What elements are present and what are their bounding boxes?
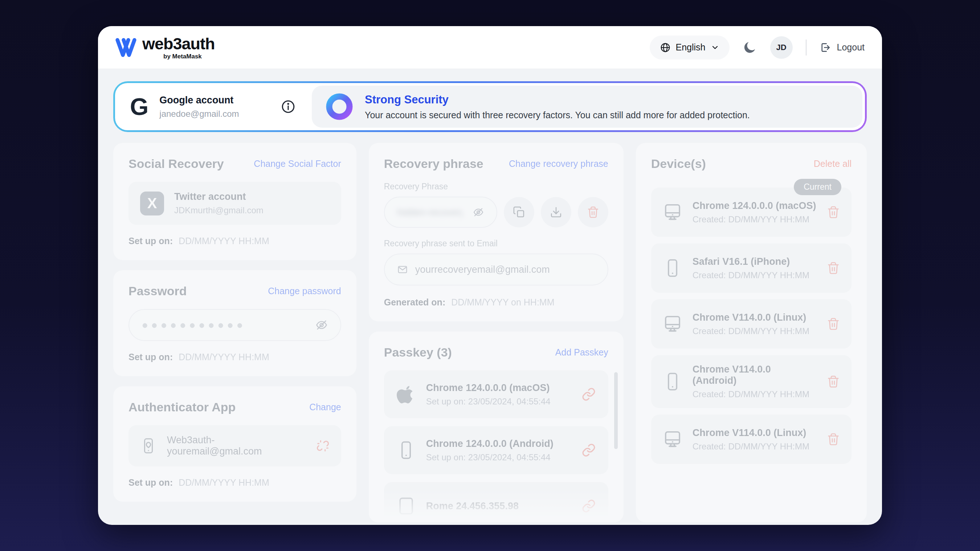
copy-recovery-phrase-button[interactable] — [504, 197, 534, 227]
main-panel: web3auth by MetaMask English JD Logout — [98, 26, 882, 525]
device-meta: Created: DD/MM/YYY HH:MM — [692, 389, 817, 399]
monitor-icon — [663, 314, 682, 334]
setup-label: Set up on: — [129, 477, 173, 488]
password-title: Password — [129, 284, 187, 298]
device-name: Chrome 124.0.0.0 (macOS) — [692, 200, 816, 211]
trash-icon[interactable] — [827, 206, 840, 219]
language-label: English — [676, 42, 706, 52]
download-recovery-phrase-button[interactable] — [541, 197, 571, 227]
passkey-name: Rome 24.456.355.98 — [426, 500, 519, 512]
twitter-account-email: JDKmurthi@gmail.com — [174, 205, 264, 216]
delete-recovery-phrase-button[interactable] — [578, 197, 608, 227]
device-name: Chrome V114.0.0 (Linux) — [692, 312, 810, 323]
link-icon[interactable] — [581, 443, 596, 457]
passkey-meta: Set up on: 23/05/2024, 04:55:44 — [426, 397, 550, 407]
monitor-icon — [663, 202, 682, 222]
security-ring-icon — [326, 93, 353, 121]
link-icon[interactable] — [581, 387, 596, 402]
delete-all-link[interactable]: Delete all — [814, 159, 851, 169]
change-recovery-phrase-link[interactable]: Change recovery phrase — [509, 159, 608, 169]
passkey-card: Passkey (3) Add Passkey Chrome 124.0.0.0… — [369, 332, 624, 522]
authenticator-account: Web3auth-youremail@gmal.com — [167, 435, 306, 457]
connected-account-section: G Google account janedoe@gmail.com — [118, 86, 312, 128]
current-device-badge: Current — [794, 179, 842, 195]
phone-icon — [663, 258, 682, 278]
recovery-phrase-card: Recovery phrase Change recovery phrase R… — [369, 143, 624, 321]
authenticator-tile: Web3auth-youremail@gmal.com — [129, 425, 341, 467]
device-item: Current Chrome 124.0.0.0 (macOS) Created… — [651, 187, 851, 237]
info-icon[interactable] — [280, 99, 296, 114]
logo-title: web3auth — [142, 35, 215, 52]
change-password-link[interactable]: Change password — [268, 286, 341, 296]
passkey-meta: Set up on: 23/05/2024, 04:55:44 — [426, 453, 554, 462]
twitter-x-icon: X — [140, 192, 164, 216]
chevron-down-icon — [711, 43, 719, 52]
social-recovery-card: Social Recovery Change Social Factor X T… — [113, 143, 356, 260]
eye-off-icon[interactable] — [473, 206, 484, 218]
link-icon[interactable] — [581, 499, 596, 513]
setup-value: DD/MM/YYYY HH:MM — [178, 236, 269, 246]
language-selector[interactable]: English — [650, 35, 730, 59]
twitter-account-title: Twitter account — [174, 191, 264, 202]
change-social-factor-link[interactable]: Change Social Factor — [254, 159, 341, 169]
trash-icon[interactable] — [827, 262, 840, 275]
download-icon — [550, 206, 562, 218]
copy-icon — [513, 206, 525, 218]
unlink-icon[interactable] — [316, 439, 329, 453]
recovery-email-value: yourrecoveryemail@gmail.com — [415, 264, 550, 275]
security-status-banner: G Google account janedoe@gmail.com Stron… — [113, 81, 867, 132]
web3auth-logo: web3auth by MetaMask — [115, 35, 215, 59]
web3auth-logo-icon — [115, 38, 137, 57]
recovery-phrase-obscured-value: hidden-recovery-phrase — [397, 207, 462, 218]
passkey-list: Chrome 124.0.0.0 (macOS) Set up on: 23/0… — [384, 370, 608, 522]
app-header: web3auth by MetaMask English JD Logout — [98, 26, 882, 69]
trash-icon[interactable] — [827, 318, 840, 330]
globe-icon — [660, 42, 671, 53]
social-recovery-title: Social Recovery — [129, 157, 224, 171]
twitter-account-tile: X Twitter account JDKmurthi@gmail.com — [129, 182, 341, 225]
add-passkey-link[interactable]: Add Passkey — [555, 347, 608, 358]
passkey-item: Rome 24.456.355.98 — [384, 482, 608, 522]
provider-email: janedoe@gmail.com — [159, 109, 239, 119]
trash-icon[interactable] — [827, 375, 840, 388]
passkey-item: Chrome 124.0.0.0 (Android) Set up on: 23… — [384, 426, 608, 474]
scrollbar[interactable] — [614, 372, 618, 449]
device-item: Chrome V114.0.0 (Linux) Created: DD/MM/Y… — [651, 414, 851, 464]
device-list: Current Chrome 124.0.0.0 (macOS) Created… — [651, 183, 851, 464]
content-area: G Google account janedoe@gmail.com Stron… — [98, 69, 882, 525]
authenticator-phone-icon — [140, 437, 157, 454]
monitor-icon — [663, 429, 682, 449]
device-item: Chrome V114.0.0 (Linux) Created: DD/MM/Y… — [651, 299, 851, 349]
phone-icon — [663, 372, 682, 391]
device-meta: Created: DD/MM/YYY HH:MM — [692, 214, 816, 224]
dark-mode-toggle-moon-icon[interactable] — [743, 40, 757, 55]
setup-label: Set up on: — [129, 352, 173, 362]
device-name: Safari V16.1 (iPhone) — [692, 256, 810, 267]
tablet-icon — [396, 496, 416, 516]
passkey-name: Chrome 124.0.0.0 (macOS) — [426, 382, 550, 394]
logo-subtitle: by MetaMask — [142, 53, 215, 59]
recovery-phrase-field[interactable]: hidden-recovery-phrase — [384, 197, 497, 228]
avatar[interactable]: JD — [770, 36, 793, 59]
eye-off-icon[interactable] — [315, 319, 328, 332]
recovery-email-field[interactable]: yourrecoveryemail@gmail.com — [384, 254, 608, 286]
passkey-name: Chrome 124.0.0.0 (Android) — [426, 438, 554, 449]
setup-label: Set up on: — [129, 236, 173, 246]
trash-icon[interactable] — [827, 433, 840, 446]
logout-button[interactable]: Logout — [819, 42, 865, 53]
password-field[interactable]: ●●●●●●●●●●● — [129, 309, 341, 341]
authenticator-title: Authenticator App — [129, 400, 235, 414]
google-icon: G — [130, 95, 148, 119]
logout-icon — [819, 42, 831, 53]
change-authenticator-link[interactable]: Change — [309, 402, 341, 413]
phone-icon — [396, 440, 416, 460]
security-description: Your account is secured with three recov… — [365, 110, 750, 121]
security-strength-section: Strong Security Your account is secured … — [312, 86, 862, 128]
devices-title: Device(s) — [651, 157, 706, 171]
device-item: Safari V16.1 (iPhone) Created: DD/MM/YYY… — [651, 243, 851, 293]
security-title: Strong Security — [365, 93, 750, 106]
recovery-email-label: Recovery phrase sent to Email — [384, 239, 608, 248]
generated-label: Generated on: — [384, 297, 445, 308]
devices-card: Device(s) Delete all Current Chrome 124.… — [636, 143, 867, 522]
authenticator-app-card: Authenticator App Change Web3auth-yourem… — [113, 386, 356, 502]
